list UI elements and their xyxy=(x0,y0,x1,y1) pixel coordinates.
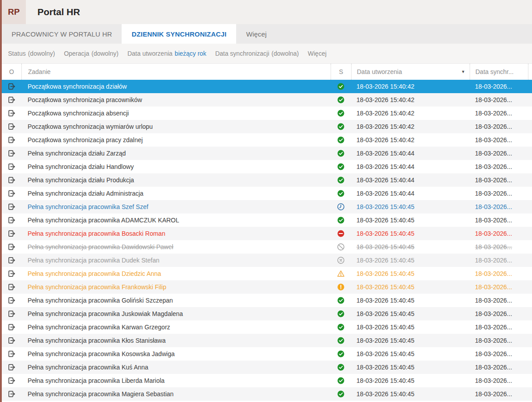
table-row[interactable]: Pełna synchronizacja pracownika Liberda … xyxy=(2,374,532,387)
synced-date: 18-03-2026... xyxy=(470,213,528,227)
created-date: 18-03-2026 15:40:45 xyxy=(351,240,470,254)
column-header-operation[interactable]: O xyxy=(2,64,21,80)
sign-out-icon[interactable] xyxy=(2,107,21,120)
sign-out-icon[interactable] xyxy=(2,347,21,361)
table-body: Początkowa synchronizacja działów 18-03-… xyxy=(2,80,532,402)
filter-data-synchronizacji[interactable]: Data synchronizacji(dowolna) xyxy=(215,50,299,57)
row-overflow xyxy=(528,80,532,93)
sign-out-icon[interactable] xyxy=(2,254,21,267)
task-label: Pełna synchronizacja pracownika Liberda … xyxy=(21,374,331,387)
table-row[interactable]: Pełna synchronizacja pracownika Bosacki … xyxy=(2,227,532,240)
column-header-status[interactable]: S xyxy=(331,64,351,80)
created-date: 18-03-2026 15:40:45 xyxy=(351,280,470,294)
created-date: 18-03-2026 15:40:44 xyxy=(351,147,470,160)
column-header-synced[interactable]: Data synchr... xyxy=(470,64,528,80)
sign-out-icon[interactable] xyxy=(2,240,21,254)
synced-date: 18-03-2026... xyxy=(470,93,528,107)
sign-out-icon[interactable] xyxy=(2,334,21,347)
table-row[interactable]: Początkowa synchronizacja absencji 18-03… xyxy=(2,107,532,120)
table-row[interactable]: Pełna synchronizacja działu Handlowy 18-… xyxy=(2,160,532,173)
sign-out-icon[interactable] xyxy=(2,133,21,147)
sign-out-icon[interactable] xyxy=(2,200,21,213)
sign-out-icon[interactable] xyxy=(2,294,21,307)
filter-status[interactable]: Status(dowolny) xyxy=(8,50,55,57)
row-overflow xyxy=(528,187,532,200)
table-row[interactable]: Pełna synchronizacja pracownika Dudek St… xyxy=(2,254,532,267)
check-circle-icon xyxy=(331,374,351,387)
filter-label: Status xyxy=(8,50,26,57)
sign-out-icon[interactable] xyxy=(2,267,21,280)
table-row[interactable]: Pełna synchronizacja pracownika Kłos Sta… xyxy=(2,334,532,347)
created-date: 18-03-2026 15:40:45 xyxy=(351,361,470,374)
task-label: Początkowa synchronizacja pracy zdalnej xyxy=(21,133,331,147)
sign-out-icon[interactable] xyxy=(2,187,21,200)
table-row[interactable]: Początkowa synchronizacja pracowników 18… xyxy=(2,93,532,107)
tab-bar: PRACOWNICY W PORTALU HRDZIENNIK SYNCHRON… xyxy=(2,24,532,44)
table-row[interactable]: Pełna synchronizacja pracownika Juskowia… xyxy=(2,307,532,320)
sort-descending-icon[interactable]: ▼ xyxy=(461,70,465,74)
table-row[interactable]: Pełna synchronizacja działu Zarząd 18-03… xyxy=(2,147,532,160)
check-circle-icon xyxy=(331,120,351,133)
row-overflow xyxy=(528,160,532,173)
created-date: 18-03-2026 15:40:45 xyxy=(351,254,470,267)
table-row[interactable]: Początkowa synchronizacja działów 18-03-… xyxy=(2,80,532,93)
column-header-task[interactable]: Zadanie xyxy=(21,64,331,80)
table-row[interactable]: Pełna synchronizacja pracownika Szef Sze… xyxy=(2,200,532,213)
row-overflow xyxy=(528,387,532,401)
tab-dziennik-synchronizacji[interactable]: DZIENNIK SYNCHRONIZACJI xyxy=(122,24,236,44)
sign-out-icon[interactable] xyxy=(2,120,21,133)
table-row[interactable]: Pełna synchronizacja pracownika Dziedzic… xyxy=(2,267,532,280)
row-overflow xyxy=(528,147,532,160)
table-row[interactable]: Pełna synchronizacja pracownika Dawidows… xyxy=(2,240,532,254)
sign-out-icon[interactable] xyxy=(2,173,21,187)
filter-więcej[interactable]: Więcej xyxy=(308,50,327,57)
sign-out-icon[interactable] xyxy=(2,147,21,160)
created-date: 18-03-2026 15:40:42 xyxy=(351,93,470,107)
company-logo[interactable]: RP xyxy=(2,0,26,24)
sign-out-icon[interactable] xyxy=(2,374,21,387)
sign-out-icon[interactable] xyxy=(2,227,21,240)
table-row[interactable]: Pełna synchronizacja pracownika Magiera … xyxy=(2,387,532,401)
sign-out-icon[interactable] xyxy=(2,361,21,374)
table-row[interactable]: Pełna synchronizacja pracownika Goliński… xyxy=(2,294,532,307)
table-row[interactable]: Pełna synchronizacja działu Administracj… xyxy=(2,187,532,200)
synced-date: 18-03-2026... xyxy=(470,120,528,133)
table-row[interactable]: Pełna synchronizacja pracownika Kuś Anna… xyxy=(2,361,532,374)
created-date: 18-03-2026 15:40:45 xyxy=(351,334,470,347)
created-date: 18-03-2026 15:40:45 xyxy=(351,213,470,227)
sign-out-icon[interactable] xyxy=(2,80,21,93)
check-circle-icon xyxy=(331,80,351,93)
sign-out-icon[interactable] xyxy=(2,280,21,294)
sign-out-icon[interactable] xyxy=(2,93,21,107)
sign-out-icon[interactable] xyxy=(2,320,21,334)
synced-date: 18-03-2026... xyxy=(470,347,528,361)
sign-out-icon[interactable] xyxy=(2,387,21,401)
created-date: 18-03-2026 15:40:45 xyxy=(351,227,470,240)
column-header-created[interactable]: Data utworzenia ▼ xyxy=(351,64,470,80)
task-label: Pełna synchronizacja pracownika Kłos Sta… xyxy=(21,334,331,347)
sign-out-icon[interactable] xyxy=(2,307,21,320)
sign-out-icon[interactable] xyxy=(2,160,21,173)
row-overflow xyxy=(528,334,532,347)
check-circle-icon xyxy=(331,307,351,320)
sign-out-icon[interactable] xyxy=(2,213,21,227)
synced-date: 18-03-2026... xyxy=(470,294,528,307)
task-label: Pełna synchronizacja pracownika Goliński… xyxy=(21,294,331,307)
filter-label: Więcej xyxy=(308,50,327,57)
table-row[interactable]: Pełna synchronizacja pracownika ADAMCZUK… xyxy=(2,213,532,227)
tab-pracownicy-w-portalu-hr[interactable]: PRACOWNICY W PORTALU HR xyxy=(2,24,122,44)
table-row[interactable]: Pełna synchronizacja pracownika Frankows… xyxy=(2,280,532,294)
task-label: Pełna synchronizacja pracownika Juskowia… xyxy=(21,307,331,320)
top-bar: RP Portal HR xyxy=(2,0,532,24)
table-row[interactable]: Pełna synchronizacja działu Produkcja 18… xyxy=(2,173,532,187)
table-row[interactable]: Początkowa synchronizacja wymiarów urlop… xyxy=(2,120,532,133)
created-date: 18-03-2026 15:40:45 xyxy=(351,307,470,320)
table-row[interactable]: Początkowa synchronizacja pracy zdalnej … xyxy=(2,133,532,147)
table-row[interactable]: Pełna synchronizacja pracownika Karwan G… xyxy=(2,320,532,334)
created-date: 18-03-2026 15:40:42 xyxy=(351,107,470,120)
filter-data-utworzenia[interactable]: Data utworzeniabieżący rok xyxy=(127,50,206,57)
filter-operacja[interactable]: Operacja(dowolny) xyxy=(64,50,119,57)
check-circle-icon xyxy=(331,361,351,374)
tab-więcej[interactable]: Więcej xyxy=(236,24,276,44)
table-row[interactable]: Pełna synchronizacja pracownika Kosowska… xyxy=(2,347,532,361)
